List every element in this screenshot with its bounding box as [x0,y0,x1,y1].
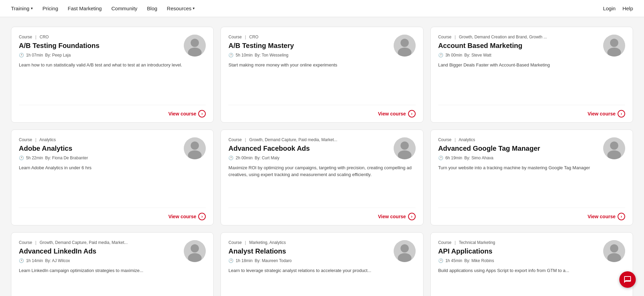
card-meta: Course | Growth, Demand Capture, Paid me… [19,240,128,245]
card-header: Course | Marketing, Analytics Analyst Re… [228,240,415,267]
card-category: Analytics [458,137,475,142]
help-link[interactable]: Help [622,5,633,11]
svg-point-7 [610,39,618,47]
nav-item-blog[interactable]: Blog [147,5,157,11]
courses-grid: Course | CRO A/B Testing Foundations 🕐 1… [11,27,633,296]
view-course-button[interactable]: View course › [378,213,415,220]
card-meta: Course | CRO [228,35,294,39]
view-course-button[interactable]: View course › [378,110,415,118]
instructor-avatar [394,240,416,262]
nav-left: Training ▾ Pricing Fast Marketing Commun… [11,5,195,11]
clock-icon: 🕐 [228,156,234,160]
card-title: API Applications [438,247,495,256]
view-course-label: View course [378,111,406,116]
course-card: Course | Growth, Demand Capture, Paid me… [220,130,423,225]
by-label: By: Mike Robins [464,258,494,263]
card-text-block: Course | Growth, Demand Creation and Bra… [438,35,547,62]
card-text-block: Course | CRO A/B Testing Foundations 🕐 1… [19,35,99,62]
pipe-divider: | [245,240,246,245]
card-type: Course [228,35,242,39]
nav-item-resources[interactable]: Resources ▾ [167,5,195,11]
card-duration: 6h 19min [445,156,462,160]
chat-button[interactable] [619,271,636,288]
card-duration: 1h 14min [26,258,43,263]
pipe-divider: | [245,137,246,142]
card-header: Course | Growth, Demand Creation and Bra… [438,35,625,62]
card-description: Learn LinkedIn campaign optimization str… [19,267,206,296]
svg-point-4 [401,39,409,47]
pipe-divider: | [35,240,36,245]
svg-point-25 [610,244,618,252]
course-card: Course | CRO A/B Testing Foundations 🕐 1… [11,27,214,123]
card-title: A/B Testing Foundations [19,41,99,50]
card-type: Course [228,240,242,245]
nav-item-training[interactable]: Training ▾ [11,5,33,11]
card-title: Account Based Marketing [438,41,547,50]
card-description: Learn Adobe Analytics in under 6 hrs [19,164,206,202]
card-duration: 3h 00min [445,53,462,58]
card-footer: View course › [438,208,625,225]
card-meta: Course | Analytics [19,137,88,142]
card-duration: 5h 10min [236,53,252,58]
nav-item-community[interactable]: Community [111,5,138,11]
card-footer: View course › [19,208,206,225]
view-course-button[interactable]: View course › [168,110,206,118]
card-meta: Course | Technical Marketing [438,240,495,245]
arrow-circle-icon: › [618,110,625,118]
card-duration: 1h 18min [236,258,252,263]
nav-item-fast-marketing[interactable]: Fast Marketing [68,5,102,11]
card-type: Course [438,35,452,39]
clock-icon: 🕐 [19,258,24,263]
card-instructor: 🕐 1h 45min By: Mike Robins [438,258,495,263]
card-category: CRO [249,35,259,39]
course-card: Course | Growth, Demand Creation and Bra… [430,27,633,123]
card-title: A/B Testing Mastery [228,41,294,50]
pipe-divider: | [35,137,36,142]
pipe-divider: | [455,35,456,39]
view-course-button[interactable]: View course › [168,213,206,220]
clock-icon: 🕐 [19,156,24,160]
by-label: By: Peep Laja [45,53,71,58]
card-type: Course [438,240,452,245]
card-category: Technical Marketing [459,240,495,245]
card-footer: View course › [228,208,415,225]
nav-item-pricing[interactable]: Pricing [43,5,58,11]
nav-label-pricing: Pricing [43,5,58,11]
arrow-circle-icon: › [408,110,416,118]
clock-icon: 🕐 [228,258,234,263]
card-duration: 1h 07min [26,53,43,58]
card-title: Advanced Facebook Ads [228,144,337,153]
card-text-block: Course | Marketing, Analytics Analyst Re… [228,240,291,267]
view-course-label: View course [588,214,616,219]
arrow-circle-icon: › [198,213,206,220]
card-footer: View course › [228,105,415,122]
arrow-circle-icon: › [618,213,625,220]
card-text-block: Course | Growth, Demand Capture, Paid me… [19,240,128,267]
by-label: By: Simo Ahava [464,156,493,160]
course-card: Course | Analytics Advanced Google Tag M… [430,130,633,225]
card-header: Course | Analytics Adobe Analytics 🕐 5h … [19,137,206,164]
card-description: Learn how to run statistically valid A/B… [19,62,206,99]
card-header: Course | Growth, Demand Capture, Paid me… [228,137,415,164]
course-card: Course | Marketing, Analytics Analyst Re… [220,232,423,296]
svg-point-22 [401,244,409,252]
view-course-button[interactable]: View course › [588,213,625,220]
card-type: Course [438,137,452,142]
card-duration: 5h 22min [26,156,43,160]
by-label: By: Curt Maly [255,156,279,160]
pipe-divider: | [35,35,36,39]
card-duration: 1h 45min [445,258,462,263]
view-course-button[interactable]: View course › [588,110,625,118]
card-type: Course [19,240,32,245]
card-title: Analyst Relations [228,247,291,256]
nav-label-blog: Blog [147,5,157,11]
card-description: Turn your website into a tracking machin… [438,164,625,202]
pipe-divider: | [455,137,456,142]
card-category: Marketing, Analytics [249,240,286,245]
login-link[interactable]: Login [603,5,616,11]
card-category: Analytics [39,137,56,142]
card-instructor: 🕐 1h 07min By: Peep Laja [19,53,99,58]
card-category: Growth, Demand Capture, Paid media, Mark… [249,137,337,142]
view-course-label: View course [168,214,196,219]
card-description: Learn to leverage strategic analyst rela… [228,267,415,296]
